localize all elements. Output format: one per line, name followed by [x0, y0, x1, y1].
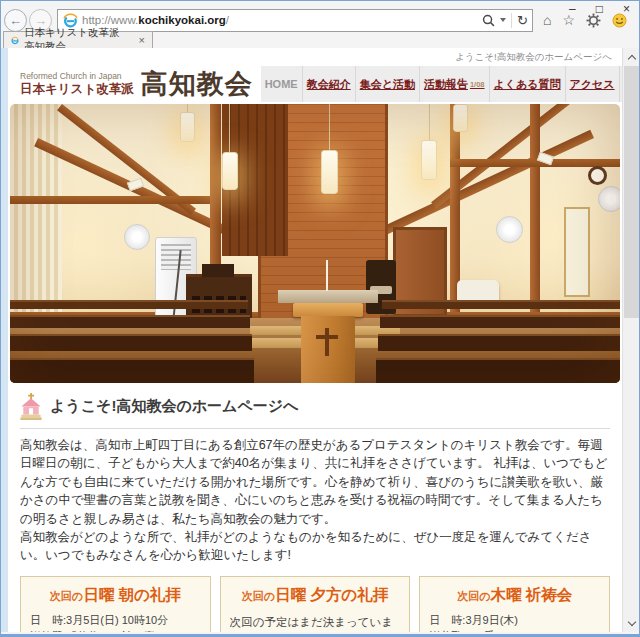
- wall-fan: [124, 224, 150, 250]
- schedule-row: 讃美歌:322番: [429, 628, 600, 632]
- schedule-row: 日 時:3月9日(木): [429, 612, 600, 629]
- close-button[interactable]: ×: [620, 2, 633, 16]
- pendant-lamp: [421, 140, 437, 180]
- page-content: ようこそ!高知教会のホームページへ Reformed Church in Jap…: [8, 48, 622, 632]
- chevron-up-icon: [627, 54, 635, 62]
- no-schedule-note: 次回の予定はまだ決まっていません: [230, 615, 401, 632]
- wainscot-rail: [10, 312, 260, 319]
- chancel-step: [250, 326, 400, 335]
- nav-item-home[interactable]: HOME: [261, 66, 302, 102]
- minimize-button[interactable]: –: [566, 2, 579, 16]
- wood-rail: [10, 196, 210, 204]
- wall-panel: [564, 207, 590, 297]
- pulpit-cross: [325, 328, 329, 356]
- pendant-lamp: [453, 104, 468, 132]
- nav-item-about[interactable]: 教会紹介: [302, 66, 355, 102]
- nav-reports-badge: 1/08: [470, 80, 485, 89]
- pendant-lamp: [222, 152, 238, 190]
- pew-row: [382, 300, 620, 309]
- wood-beam: [57, 104, 196, 215]
- page-viewport: ようこそ!高知教会のホームページへ Reformed Church in Jap…: [1, 48, 639, 632]
- scroll-down-button[interactable]: [623, 615, 640, 632]
- ac-grill: [161, 244, 191, 270]
- church-icon: [20, 393, 42, 420]
- browser-chrome: – □ × ← → http://www.kochikyokai.org/: [1, 1, 639, 48]
- organ-panel: [192, 296, 246, 313]
- chevron-down-icon: [627, 618, 635, 626]
- pew-row: [10, 315, 250, 328]
- logo-english-line: Reformed Church in Japan: [20, 72, 134, 82]
- wood-beam: [431, 104, 570, 209]
- box-title-main: 木曜 祈祷会: [490, 586, 572, 603]
- wall-fan: [496, 216, 523, 243]
- pulpit: [301, 316, 355, 383]
- page-title: ようこそ!高知教会のホームページへ: [50, 397, 299, 416]
- pew-row: [10, 300, 248, 309]
- communion-ledge: [278, 290, 378, 303]
- wall-fan: [598, 186, 620, 212]
- tab-kochi-church[interactable]: 日本キリスト改革派 高知教会... ×: [3, 31, 153, 48]
- chancel-wood-panel: [258, 104, 388, 351]
- lamp-cord: [429, 104, 430, 142]
- nav-item-faq[interactable]: よくある質問: [489, 66, 565, 102]
- lamp-cord: [329, 104, 330, 152]
- wood-beam: [382, 130, 594, 235]
- wood-floor: [10, 318, 620, 383]
- nav-item-reports[interactable]: 活動報告1/08: [419, 66, 489, 102]
- light-glow: [10, 144, 190, 344]
- site-header: Reformed Church in Japan 日本キリスト改革派 高知教会 …: [8, 65, 622, 102]
- box-title-main: 日曜 朝の礼拝: [83, 586, 181, 603]
- box-title: 次回の日曜 朝の礼拝: [30, 585, 201, 606]
- scroll-up-button[interactable]: [623, 48, 640, 65]
- site-logo[interactable]: Reformed Church in Japan 日本キリスト改革派 高知教会: [20, 71, 253, 98]
- tab-close-icon[interactable]: ×: [139, 34, 145, 46]
- curtain: [10, 104, 62, 342]
- window-controls: – □ ×: [566, 2, 633, 16]
- intro-paragraph-1: 高知教会は、高知市上町四丁目にある創立67年の歴史があるプロテスタントのキリスト…: [20, 436, 610, 528]
- ac-unit: [155, 237, 197, 317]
- schedule-boxes: 次回の日曜 朝の礼拝 日 時:3月5日(日) 10時10分 説教題:「信仰こそ神…: [8, 565, 622, 632]
- box-title-main: 日曜 夕方の礼拝: [275, 586, 388, 603]
- light-glow: [440, 134, 620, 334]
- wall-spotlight: [537, 152, 554, 166]
- heading-row: ようこそ!高知教会のホームページへ: [20, 389, 610, 429]
- covered-table: [457, 280, 499, 302]
- church-interior-photo: [10, 104, 620, 383]
- welcome-note: ようこそ!高知教会のホームページへ: [8, 48, 622, 65]
- box-title-prefix: 次回の: [50, 590, 83, 602]
- chevron-down-icon[interactable]: [500, 18, 506, 22]
- nav-item-meetings[interactable]: 集会と活動: [355, 66, 419, 102]
- box-title-prefix: 次回の: [242, 590, 275, 602]
- side-door: [393, 227, 447, 317]
- lamp-cord: [187, 104, 188, 114]
- light-glow: [100, 104, 530, 354]
- box-thursday-prayer-meeting: 次回の木曜 祈祷会 日 時:3月9日(木) 讃美歌:322番 解 説:小澤寿輔 …: [419, 576, 610, 632]
- pew-row: [10, 334, 252, 351]
- home-icon[interactable]: ⌂: [543, 13, 551, 27]
- mic-stand: [172, 250, 181, 320]
- url-text: http://www.kochikyokai.org/: [82, 14, 482, 26]
- candle: [326, 260, 328, 291]
- separator: [511, 13, 512, 28]
- schedule-row: 日 時:3月5日(日) 10時10分: [30, 612, 201, 629]
- wall-clock: [588, 166, 607, 185]
- nav-item-access[interactable]: アクセス: [565, 66, 619, 102]
- pulpit-cross: [316, 335, 338, 339]
- browser-window: – □ × ← → http://www.kochikyokai.org/: [0, 0, 640, 637]
- tab-bar: 日本キリスト改革派 高知教会... ×: [1, 31, 639, 48]
- maximize-button[interactable]: □: [593, 2, 606, 16]
- side-chair: [366, 260, 396, 314]
- wood-post: [450, 104, 460, 318]
- box-title-prefix: 次回の: [457, 590, 490, 602]
- pendant-lamp: [321, 150, 338, 194]
- wood-post: [530, 104, 540, 322]
- box-title: 次回の日曜 夕方の礼拝: [230, 585, 401, 606]
- search-icon[interactable]: [482, 14, 495, 27]
- vertical-scrollbar[interactable]: [622, 48, 639, 632]
- refresh-icon[interactable]: ↻: [517, 13, 528, 28]
- scrollbar-thumb[interactable]: [624, 66, 639, 318]
- wood-rail: [450, 159, 620, 167]
- logo-denomination: 日本キリスト改革派: [20, 82, 134, 96]
- wood-beam: [34, 138, 246, 243]
- box-title: 次回の木曜 祈祷会: [429, 585, 600, 606]
